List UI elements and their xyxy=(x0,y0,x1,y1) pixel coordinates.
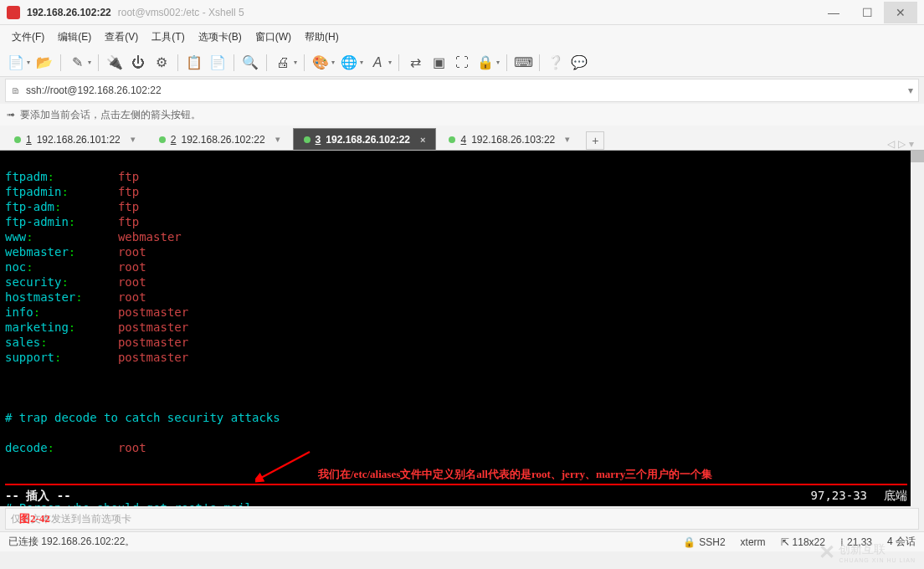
alias-line: sales: postmaster xyxy=(5,335,919,350)
menu-file[interactable]: 文件(F) xyxy=(7,27,49,48)
send-input-bar[interactable]: 仅将文本发送到当前选项卡 图2-42 xyxy=(5,508,919,530)
arrow-annotation-icon xyxy=(255,450,314,484)
toolbar: 📄▾ 📂 ✎▾ 🔌 ⏻ ⚙ 📋 📄 🔍 🖨▾ 🎨▾ 🌐▾ A▾ ⇄ ▣ ⛶ 🔒▾… xyxy=(0,49,924,77)
alias-line: webmaster: root xyxy=(5,244,919,259)
menu-tools[interactable]: 工具(T) xyxy=(146,27,189,48)
svg-line-0 xyxy=(259,452,310,479)
scrollbar-thumb[interactable] xyxy=(911,151,924,162)
lock-small-icon: 🔒 xyxy=(683,536,696,548)
lock-icon[interactable]: 🔒 xyxy=(476,54,495,72)
keyboard-icon[interactable]: ⌨ xyxy=(514,54,532,72)
chat-icon[interactable]: 💬 xyxy=(570,54,588,72)
tab-close-icon[interactable]: × xyxy=(420,135,425,145)
alias-line: ftp-adm: ftp xyxy=(5,199,919,214)
terminal[interactable]: ftpadm: ftpftpadmin: ftpftp-adm: ftpftp-… xyxy=(0,151,924,506)
watermark: ✕ 创新互联 CHUANG XIN HU LIAN xyxy=(819,541,916,564)
print-icon[interactable]: 🖨 xyxy=(274,54,292,72)
open-icon[interactable]: 📂 xyxy=(35,54,54,72)
hint-text: 要添加当前会话，点击左侧的箭头按钮。 xyxy=(20,108,201,122)
terminal-scrollbar[interactable] xyxy=(911,151,924,506)
titlebar: 192.168.26.102:22 root@vms002:/etc - Xsh… xyxy=(0,0,924,25)
tab-bar: 1 192.168.26.101:22 ▾ 2 192.168.26.102:2… xyxy=(0,126,924,151)
alias-line: hostmaster: root xyxy=(5,290,919,305)
size-icon: ⇱ xyxy=(781,536,789,548)
app-icon xyxy=(7,6,20,19)
paste-icon[interactable]: 📄 xyxy=(208,54,227,72)
colors-icon[interactable]: 🎨 xyxy=(311,54,330,72)
figure-label: 图2-42 xyxy=(19,511,50,526)
disconnect-icon[interactable]: ⏻ xyxy=(129,54,147,72)
help-icon[interactable]: ❔ xyxy=(547,54,565,72)
edit-icon[interactable]: ✎ xyxy=(68,54,86,72)
fullscreen-icon[interactable]: ⛶ xyxy=(453,54,471,72)
status-dot-icon xyxy=(159,136,166,143)
tab-nav: ◁ ▷ ▾ xyxy=(887,138,921,150)
session-tab-4[interactable]: 4 192.168.26.103:22 ▾ xyxy=(438,128,581,150)
alias-line: info: postmaster xyxy=(5,305,919,320)
status-dot-icon xyxy=(14,136,21,143)
vim-status-line: -- 插入 -- 97,23-33 底端 xyxy=(5,488,907,503)
transfer-icon[interactable]: ⇄ xyxy=(406,54,424,72)
menu-view[interactable]: 查看(V) xyxy=(100,27,143,48)
close-button[interactable]: ✕ xyxy=(884,2,917,23)
session-tab-3[interactable]: 3 192.168.26.102:22 × xyxy=(293,128,437,150)
alias-line: ftp-admin: ftp xyxy=(5,214,919,229)
menu-help[interactable]: 帮助(H) xyxy=(300,27,344,48)
copy-icon[interactable]: 📋 xyxy=(185,54,203,72)
alias-line: noc: root xyxy=(5,259,919,274)
find-icon[interactable]: 🔍 xyxy=(241,54,259,72)
alias-line: ftpadmin: ftp xyxy=(5,184,919,199)
properties-icon[interactable]: ⚙ xyxy=(152,54,171,72)
title-subtitle: root@vms002:/etc - Xshell 5 xyxy=(118,7,244,18)
address-dropdown-icon[interactable]: ▾ xyxy=(908,85,913,96)
tab-next-icon[interactable]: ▷ xyxy=(898,138,906,150)
tab-dropdown-icon[interactable]: ▾ xyxy=(565,134,570,145)
status-bar: 已连接 192.168.26.102:22。 🔒SSH2 xterm ⇱118x… xyxy=(0,531,924,551)
alias-line: ftpadm: ftp xyxy=(5,169,919,184)
address-lock-icon: 🗈 xyxy=(11,85,21,96)
tab-list-icon[interactable]: ▾ xyxy=(909,138,914,150)
font-icon[interactable]: A xyxy=(368,54,387,72)
hint-arrow-icon[interactable]: ➟ xyxy=(7,109,15,120)
alias-line: support: postmaster xyxy=(5,350,919,365)
alias-line: www: webmaster xyxy=(5,229,919,244)
alias-line: security: root xyxy=(5,274,919,290)
add-tab-button[interactable]: + xyxy=(586,131,604,150)
menu-window[interactable]: 窗口(W) xyxy=(250,27,296,48)
maximize-button[interactable]: ☐ xyxy=(850,2,884,23)
reconnect-icon[interactable]: 🔌 xyxy=(105,54,124,72)
address-url: ssh://root@192.168.26.102:22 xyxy=(26,85,903,96)
session-tab-1[interactable]: 1 192.168.26.101:22 ▾ xyxy=(3,128,146,150)
session-tab-2[interactable]: 2 192.168.26.102:22 ▾ xyxy=(148,128,291,150)
address-bar[interactable]: 🗈 ssh://root@192.168.26.102:22 ▾ xyxy=(5,79,919,102)
terminal-icon[interactable]: ▣ xyxy=(429,54,448,72)
alias-line: marketing: postmaster xyxy=(5,320,919,335)
tab-prev-icon[interactable]: ◁ xyxy=(887,138,895,150)
title-host: 192.168.26.102:22 xyxy=(27,7,111,18)
status-dot-icon xyxy=(304,136,311,143)
menubar: 文件(F) 编辑(E) 查看(V) 工具(T) 选项卡(B) 窗口(W) 帮助(… xyxy=(0,25,924,49)
comment: # trap decode to catch security attacks xyxy=(5,411,280,424)
tab-dropdown-icon[interactable]: ▾ xyxy=(275,134,280,145)
tab-dropdown-icon[interactable]: ▾ xyxy=(131,134,136,145)
new-session-icon[interactable]: 📄 xyxy=(7,54,25,72)
minimize-button[interactable]: — xyxy=(817,2,850,23)
hint-bar: ➟ 要添加当前会话，点击左侧的箭头按钮。 xyxy=(0,104,924,126)
status-dot-icon xyxy=(449,136,455,143)
globe-icon[interactable]: 🌐 xyxy=(340,54,358,72)
menu-tabs[interactable]: 选项卡(B) xyxy=(193,27,247,48)
status-term: xterm xyxy=(741,536,766,548)
menu-edit[interactable]: 编辑(E) xyxy=(53,27,96,48)
status-connection: 已连接 192.168.26.102:22。 xyxy=(8,535,135,549)
